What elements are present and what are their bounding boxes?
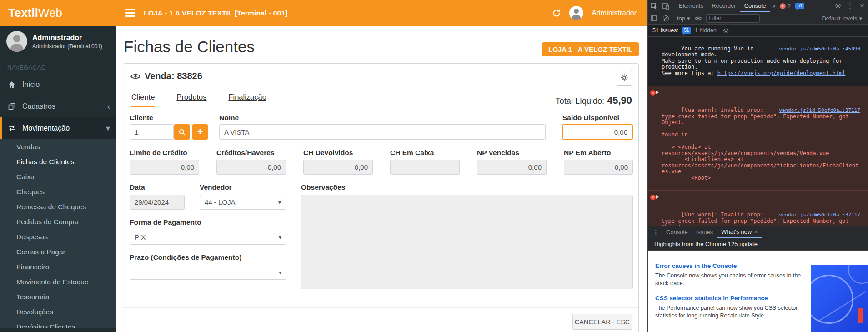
- console-sidebar-toggle-icon[interactable]: [648, 12, 660, 24]
- app-logo[interactable]: TextilWeb: [0, 0, 116, 26]
- search-icon: [179, 129, 186, 136]
- drawer-tab-issues[interactable]: Issues: [692, 226, 717, 238]
- sidebar-subitem-remessa-de-cheques[interactable]: Remessa de Cheques: [0, 199, 116, 214]
- sidebar-subitem-caixa[interactable]: Caixa: [0, 169, 116, 184]
- drawer-menu-icon[interactable]: ⋮: [650, 228, 662, 236]
- tab-produtos[interactable]: Produtos: [176, 93, 206, 107]
- error-count-badge[interactable]: 2: [780, 3, 791, 10]
- clear-console-icon[interactable]: [660, 12, 672, 24]
- source-link[interactable]: vendor.js?id=50cfc0a…:37117: [779, 107, 860, 114]
- vuejs-deployment-link[interactable]: https://vuejs.org/guide/deployment.html: [717, 70, 846, 76]
- tab-finalizacao[interactable]: Finalização: [228, 93, 266, 107]
- hidden-messages-label[interactable]: 1 hidden: [695, 27, 717, 34]
- context-value: top: [677, 15, 685, 22]
- chcaixa-value: [390, 160, 460, 175]
- home-icon: [6, 81, 17, 88]
- exchange-icon: [6, 125, 17, 132]
- chevron-down-icon: ▾: [279, 234, 281, 241]
- cliente-input[interactable]: [130, 124, 174, 140]
- sidebar-item-inicio[interactable]: Início: [0, 74, 116, 96]
- forma-pagamento-select[interactable]: PIX▾: [130, 230, 286, 245]
- message-count-badge[interactable]: 51: [795, 3, 804, 9]
- whatsnew-article-title[interactable]: Error causes in the Console: [655, 262, 800, 269]
- whatsnew-thumbnail[interactable]: [811, 265, 868, 332]
- vendedor-selected: 44 - LOJA: [205, 198, 236, 206]
- total-liquido: Total Líquido:45,90: [556, 95, 632, 106]
- logo-text-light: Web: [38, 6, 62, 20]
- expand-triangle-icon[interactable]: [656, 91, 659, 94]
- error-text: [Vue warn]: Invalid prop: type check fai…: [662, 107, 858, 181]
- expand-triangle-icon[interactable]: [656, 195, 659, 199]
- sidebar-subitem-pedidos-de-compra[interactable]: Pedidos de Compra: [0, 214, 116, 229]
- sidebar-subitem-depositos-clientes[interactable]: Depósitos Clientes: [0, 319, 116, 328]
- topbar-avatar[interactable]: [569, 6, 583, 20]
- data-value: 29/04/2024: [130, 195, 185, 210]
- sidebar-subitem-financeiro[interactable]: Financeiro: [0, 259, 116, 274]
- sidebar-subitem-vendas[interactable]: Vendas: [0, 139, 116, 154]
- hamburger-menu-icon[interactable]: [125, 7, 135, 19]
- drawer-tab-whats-new[interactable]: What's new ×: [717, 226, 762, 238]
- chevron-down-icon: ▾: [106, 124, 110, 132]
- search-button[interactable]: [174, 124, 190, 140]
- sidebar-subitem-tesouraria[interactable]: Tesouraria: [0, 289, 116, 304]
- more-tabs-icon[interactable]: »: [770, 2, 778, 10]
- console-toolbar: top ▾ Default levels ▾: [648, 12, 868, 25]
- sidebar-item-movimentacao[interactable]: Movimentação ▾: [0, 117, 116, 139]
- observacoes-textarea[interactable]: [301, 195, 633, 289]
- source-link[interactable]: vendor.js?id=50cfc0a…:45090: [779, 46, 860, 52]
- whatsnew-header: Highlights from the Chrome 125 update: [648, 238, 868, 251]
- chevron-down-icon: ▾: [279, 269, 281, 276]
- card-header: Venda: 83826: [130, 71, 202, 81]
- sidebar-subitem-fichas-de-clientes[interactable]: Fichas de Clientes: [0, 154, 116, 169]
- devtools-tabbar: Elements Recorder Console » 2 51 ⋮ ×: [648, 0, 868, 12]
- chevron-down-icon: ▾: [859, 15, 862, 22]
- npven-label: NP Vencidas: [477, 149, 519, 157]
- sidebar-item-cadastros[interactable]: Cadastros ‹: [0, 96, 116, 117]
- topbar-user-name[interactable]: Administrador: [592, 9, 637, 17]
- source-link[interactable]: vendor.js?id=50cfc0a…:37117: [779, 212, 860, 218]
- sidebar-submenu: Vendas Fichas de Clientes Caixa Cheques …: [0, 139, 116, 328]
- live-expression-eye-icon[interactable]: [692, 12, 704, 24]
- sidebar-subitem-devolucoes[interactable]: Devoluções: [0, 304, 116, 319]
- nome-input[interactable]: [219, 124, 546, 140]
- chdev-value: 0,00: [303, 160, 373, 175]
- console-error-message: vendor.js?id=50cfc0a…:37117[Vue warn]: I…: [648, 191, 868, 226]
- issues-settings-icon[interactable]: [720, 25, 732, 36]
- prazo-select[interactable]: ▾: [130, 265, 286, 280]
- devtools-tab-recorder[interactable]: Recorder: [707, 0, 740, 12]
- refresh-icon[interactable]: [552, 9, 561, 18]
- add-cliente-button[interactable]: +: [192, 124, 208, 140]
- limite-label: Limite de Crédito: [130, 149, 187, 157]
- card-settings-button[interactable]: [617, 70, 632, 86]
- device-toolbar-icon[interactable]: [660, 0, 672, 12]
- console-filter-input[interactable]: [706, 14, 760, 23]
- sidebar-subitem-despesas[interactable]: Despesas: [0, 229, 116, 244]
- cancel-button[interactable]: CANCELAR - ESC: [572, 314, 632, 330]
- devtools-close-icon[interactable]: ×: [856, 1, 868, 10]
- inspect-element-icon[interactable]: [648, 0, 660, 12]
- issues-bubble-icon[interactable]: 51: [682, 27, 691, 34]
- context-selector[interactable]: top ▾: [675, 15, 692, 22]
- error-icon: [650, 195, 656, 200]
- whatsnew-article-body: The Console now shows you chains of erro…: [655, 272, 805, 287]
- vendedor-select[interactable]: 44 - LOJA▾: [200, 195, 286, 210]
- whatsnew-panel: Error causes in the Console The Console …: [648, 251, 868, 332]
- close-tab-icon[interactable]: ×: [754, 226, 758, 238]
- drawer-tab-console[interactable]: Console: [662, 226, 692, 238]
- card-tabs: Cliente Produtos Finalização: [131, 93, 266, 107]
- page-content: Fichas de Clientes LOJA 1 - A VELOZ TEXT…: [116, 26, 647, 332]
- devtools-menu-icon[interactable]: ⋮: [844, 2, 856, 10]
- log-levels-selector[interactable]: Default levels ▾: [819, 15, 864, 22]
- devtools-tab-elements[interactable]: Elements: [675, 0, 707, 12]
- sidebar-subitem-movimento-de-estoque[interactable]: Movimento de Estoque: [0, 274, 116, 289]
- whatsnew-article-title[interactable]: CSS selector statistics in Performance: [655, 295, 800, 302]
- sidebar-subitem-cheques[interactable]: Cheques: [0, 184, 116, 199]
- tab-cliente[interactable]: Cliente: [131, 93, 155, 107]
- user-avatar: [6, 31, 27, 52]
- devtools-settings-icon[interactable]: [832, 0, 844, 12]
- saldo-value: 0,00: [562, 124, 633, 140]
- sidebar: TextilWeb Administrador Administrador (T…: [0, 0, 116, 332]
- sidebar-subitem-contas-a-pagar[interactable]: Contas a Pagar: [0, 244, 116, 259]
- devtools-tab-console[interactable]: Console: [740, 0, 770, 12]
- chevron-down-icon: ▾: [278, 199, 281, 206]
